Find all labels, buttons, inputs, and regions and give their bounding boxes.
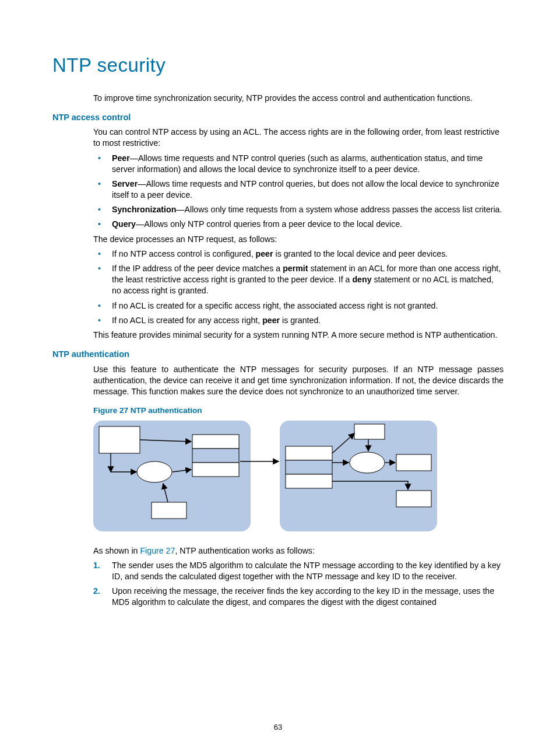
access-note: This feature provides minimal security f…	[93, 330, 504, 341]
term-text: —Allows only time requests from a system…	[176, 205, 502, 214]
list-item: Server—Allows time requests and NTP cont…	[93, 178, 504, 201]
kw: peer	[262, 316, 280, 325]
text: If no ACL is created for a specific acce…	[112, 301, 438, 310]
text: is granted.	[280, 316, 321, 325]
access-rights-list: Peer—Allows time requests and NTP contro…	[93, 153, 504, 230]
svg-rect-1	[99, 426, 140, 453]
page-title: NTP security	[52, 52, 504, 79]
term-text: —Allows time requests and NTP control qu…	[112, 153, 483, 174]
svg-rect-2	[192, 435, 239, 449]
term: Peer	[112, 153, 130, 163]
term-text: —Allows only NTP control queries from a …	[136, 219, 402, 229]
text: If the IP address of the peer device mat…	[112, 264, 283, 273]
text: , NTP authentication works as follows:	[175, 546, 314, 555]
access-intro: You can control NTP access by using an A…	[93, 127, 504, 149]
list-item: Query—Allows only NTP control queries fr…	[93, 219, 504, 230]
svg-rect-4	[192, 463, 239, 477]
process-lead: The device processes an NTP request, as …	[93, 234, 504, 245]
list-item: If no ACL is created for any access righ…	[93, 315, 504, 326]
svg-rect-18	[396, 454, 431, 471]
svg-rect-14	[286, 460, 332, 474]
term: Query	[112, 219, 136, 229]
list-item: Peer—Allows time requests and NTP contro…	[93, 153, 504, 175]
term: Synchronization	[112, 205, 176, 214]
process-list: If no NTP access control is configured, …	[93, 249, 504, 326]
svg-rect-3	[192, 449, 239, 463]
text: If no NTP access control is configured,	[112, 249, 256, 258]
auth-steps: The sender uses the MD5 algorithm to cal…	[93, 560, 504, 608]
svg-rect-13	[286, 446, 332, 460]
figure-link[interactable]: Figure 27	[140, 546, 175, 555]
step-item: Upon receiving the message, the receiver…	[93, 586, 504, 608]
list-item: If no NTP access control is configured, …	[93, 249, 504, 260]
text: is granted to the local device and peer …	[273, 249, 448, 258]
svg-rect-16	[354, 424, 385, 439]
step-item: The sender uses the MD5 algorithm to cal…	[93, 560, 504, 582]
svg-rect-15	[286, 474, 332, 488]
list-item: If no ACL is created for a specific acce…	[93, 300, 504, 312]
figure-reference-text: As shown in Figure 27, NTP authenticatio…	[93, 545, 504, 556]
term: Server	[112, 179, 138, 188]
kw: deny	[352, 275, 371, 284]
page: NTP security To improve time synchroniza…	[0, 0, 556, 756]
kw: peer	[256, 249, 273, 258]
section-heading-access-control: NTP access control	[52, 112, 504, 124]
text: As shown in	[93, 546, 140, 555]
svg-point-17	[350, 452, 385, 473]
intro-paragraph: To improve time synchronization security…	[93, 93, 504, 104]
list-item: If the IP address of the peer device mat…	[93, 263, 504, 297]
figure-27-diagram	[93, 421, 504, 534]
svg-point-5	[137, 461, 172, 482]
term-text: —Allows time requests and NTP control qu…	[112, 179, 499, 200]
figure-caption: Figure 27 NTP authentication	[93, 405, 504, 416]
svg-rect-6	[152, 502, 186, 519]
text: If no ACL is created for any access righ…	[112, 316, 262, 325]
section-heading-ntp-authentication: NTP authentication	[52, 349, 504, 360]
page-number: 63	[0, 722, 556, 733]
list-item: Synchronization—Allows only time request…	[93, 204, 504, 215]
auth-paragraph: Use this feature to authenticate the NTP…	[93, 364, 504, 398]
kw: permit	[283, 264, 308, 273]
svg-rect-19	[396, 491, 431, 507]
